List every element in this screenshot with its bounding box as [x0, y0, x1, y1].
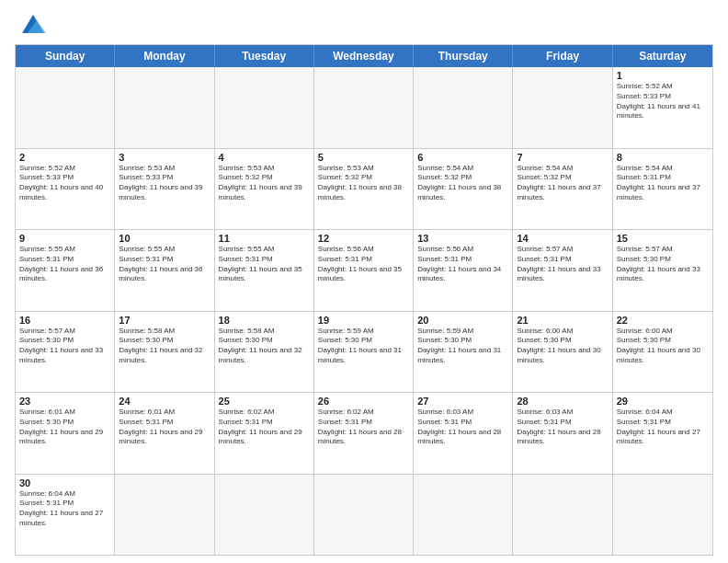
calendar-cell: 12Sunrise: 5:56 AM Sunset: 5:31 PM Dayli… [314, 230, 414, 311]
header [15, 11, 713, 37]
calendar-cell: 11Sunrise: 5:55 AM Sunset: 5:31 PM Dayli… [215, 230, 314, 311]
calendar-cell: 24Sunrise: 6:01 AM Sunset: 5:31 PM Dayli… [115, 393, 214, 474]
day-info: Sunrise: 5:52 AM Sunset: 5:33 PM Dayligh… [617, 82, 709, 121]
day-number: 12 [318, 233, 409, 244]
calendar-cell: 20Sunrise: 5:59 AM Sunset: 5:30 PM Dayli… [414, 312, 513, 393]
calendar-body: 1Sunrise: 5:52 AM Sunset: 5:33 PM Daylig… [16, 67, 712, 555]
calendar-cell [215, 67, 314, 148]
calendar-cell: 19Sunrise: 5:59 AM Sunset: 5:30 PM Dayli… [314, 312, 414, 393]
calendar: SundayMondayTuesdayWednesdayThursdayFrid… [15, 44, 713, 556]
calendar-cell: 5Sunrise: 5:53 AM Sunset: 5:32 PM Daylig… [314, 149, 414, 230]
day-number: 1 [617, 70, 709, 81]
day-info: Sunrise: 5:53 AM Sunset: 5:33 PM Dayligh… [119, 164, 210, 203]
day-info: Sunrise: 5:53 AM Sunset: 5:32 PM Dayligh… [318, 164, 409, 203]
calendar-cell [314, 475, 414, 556]
day-info: Sunrise: 5:58 AM Sunset: 5:30 PM Dayligh… [219, 327, 310, 366]
calendar-cell: 8Sunrise: 5:54 AM Sunset: 5:31 PM Daylig… [613, 149, 712, 230]
calendar-cell: 6Sunrise: 5:54 AM Sunset: 5:32 PM Daylig… [414, 149, 513, 230]
day-number: 26 [318, 396, 409, 407]
calendar-cell [613, 475, 712, 556]
day-info: Sunrise: 5:56 AM Sunset: 5:31 PM Dayligh… [318, 245, 409, 284]
calendar-header: SundayMondayTuesdayWednesdayThursdayFrid… [16, 45, 712, 67]
calendar-row-4: 23Sunrise: 6:01 AM Sunset: 5:30 PM Dayli… [16, 392, 712, 474]
day-info: Sunrise: 5:54 AM Sunset: 5:32 PM Dayligh… [517, 164, 608, 203]
calendar-cell [314, 67, 414, 148]
day-number: 29 [617, 396, 709, 407]
calendar-row-0: 1Sunrise: 5:52 AM Sunset: 5:33 PM Daylig… [16, 67, 712, 148]
calendar-cell [414, 67, 513, 148]
day-header-friday: Friday [513, 45, 612, 67]
logo [15, 11, 48, 37]
day-info: Sunrise: 5:52 AM Sunset: 5:33 PM Dayligh… [19, 164, 110, 203]
day-header-thursday: Thursday [414, 45, 513, 67]
day-number: 14 [517, 233, 608, 244]
calendar-cell: 3Sunrise: 5:53 AM Sunset: 5:33 PM Daylig… [115, 149, 214, 230]
calendar-row-3: 16Sunrise: 5:57 AM Sunset: 5:30 PM Dayli… [16, 311, 712, 393]
day-number: 8 [617, 152, 709, 163]
day-number: 28 [517, 396, 608, 407]
day-number: 20 [417, 315, 508, 326]
calendar-row-2: 9Sunrise: 5:55 AM Sunset: 5:31 PM Daylig… [16, 229, 712, 311]
day-number: 2 [19, 152, 110, 163]
calendar-cell: 15Sunrise: 5:57 AM Sunset: 5:30 PM Dayli… [613, 230, 712, 311]
day-number: 10 [119, 233, 210, 244]
calendar-cell: 22Sunrise: 6:00 AM Sunset: 5:30 PM Dayli… [613, 312, 712, 393]
day-number: 4 [219, 152, 310, 163]
day-number: 15 [617, 233, 709, 244]
day-info: Sunrise: 6:01 AM Sunset: 5:31 PM Dayligh… [119, 408, 210, 447]
day-info: Sunrise: 5:55 AM Sunset: 5:31 PM Dayligh… [219, 245, 310, 284]
calendar-cell: 29Sunrise: 6:04 AM Sunset: 5:31 PM Dayli… [613, 393, 712, 474]
day-number: 11 [219, 233, 310, 244]
day-number: 18 [219, 315, 310, 326]
day-number: 19 [318, 315, 409, 326]
day-info: Sunrise: 5:59 AM Sunset: 5:30 PM Dayligh… [417, 327, 508, 366]
day-number: 25 [219, 396, 310, 407]
calendar-cell: 2Sunrise: 5:52 AM Sunset: 5:33 PM Daylig… [16, 149, 115, 230]
calendar-cell: 25Sunrise: 6:02 AM Sunset: 5:31 PM Dayli… [215, 393, 314, 474]
day-header-sunday: Sunday [16, 45, 115, 67]
day-info: Sunrise: 6:03 AM Sunset: 5:31 PM Dayligh… [517, 408, 608, 447]
calendar-cell: 18Sunrise: 5:58 AM Sunset: 5:30 PM Dayli… [215, 312, 314, 393]
day-number: 27 [417, 396, 508, 407]
calendar-cell: 13Sunrise: 5:56 AM Sunset: 5:31 PM Dayli… [414, 230, 513, 311]
day-info: Sunrise: 5:56 AM Sunset: 5:31 PM Dayligh… [417, 245, 508, 284]
day-number: 30 [19, 477, 110, 488]
page: SundayMondayTuesdayWednesdayThursdayFrid… [0, 0, 728, 563]
calendar-row-5: 30Sunrise: 6:04 AM Sunset: 5:31 PM Dayli… [16, 474, 712, 556]
day-number: 5 [318, 152, 409, 163]
day-info: Sunrise: 6:02 AM Sunset: 5:31 PM Dayligh… [219, 408, 310, 447]
day-info: Sunrise: 5:54 AM Sunset: 5:31 PM Dayligh… [617, 164, 709, 203]
calendar-cell [115, 67, 214, 148]
day-number: 23 [19, 396, 110, 407]
day-info: Sunrise: 5:55 AM Sunset: 5:31 PM Dayligh… [19, 245, 110, 284]
day-info: Sunrise: 6:03 AM Sunset: 5:31 PM Dayligh… [417, 408, 508, 447]
calendar-cell [16, 67, 115, 148]
day-number: 3 [119, 152, 210, 163]
calendar-cell [115, 475, 214, 556]
calendar-cell: 21Sunrise: 6:00 AM Sunset: 5:30 PM Dayli… [513, 312, 612, 393]
calendar-cell: 10Sunrise: 5:55 AM Sunset: 5:31 PM Dayli… [115, 230, 214, 311]
calendar-cell: 9Sunrise: 5:55 AM Sunset: 5:31 PM Daylig… [16, 230, 115, 311]
day-info: Sunrise: 6:04 AM Sunset: 5:31 PM Dayligh… [19, 489, 110, 529]
calendar-cell [215, 475, 314, 556]
day-number: 13 [417, 233, 508, 244]
day-number: 22 [617, 315, 709, 326]
day-info: Sunrise: 5:57 AM Sunset: 5:30 PM Dayligh… [617, 245, 709, 284]
day-header-monday: Monday [115, 45, 214, 67]
day-number: 9 [19, 233, 110, 244]
day-info: Sunrise: 5:57 AM Sunset: 5:31 PM Dayligh… [517, 245, 608, 284]
day-info: Sunrise: 6:00 AM Sunset: 5:30 PM Dayligh… [517, 327, 608, 366]
day-info: Sunrise: 6:02 AM Sunset: 5:31 PM Dayligh… [318, 408, 409, 447]
calendar-cell: 28Sunrise: 6:03 AM Sunset: 5:31 PM Dayli… [513, 393, 612, 474]
calendar-cell: 14Sunrise: 5:57 AM Sunset: 5:31 PM Dayli… [513, 230, 612, 311]
calendar-cell [414, 475, 513, 556]
calendar-cell: 16Sunrise: 5:57 AM Sunset: 5:30 PM Dayli… [16, 312, 115, 393]
calendar-cell: 17Sunrise: 5:58 AM Sunset: 5:30 PM Dayli… [115, 312, 214, 393]
logo-icon [18, 11, 48, 37]
day-number: 24 [119, 396, 210, 407]
day-info: Sunrise: 6:04 AM Sunset: 5:31 PM Dayligh… [617, 408, 709, 447]
day-header-tuesday: Tuesday [215, 45, 314, 67]
calendar-cell: 26Sunrise: 6:02 AM Sunset: 5:31 PM Dayli… [314, 393, 414, 474]
day-info: Sunrise: 6:00 AM Sunset: 5:30 PM Dayligh… [617, 327, 709, 366]
calendar-cell: 1Sunrise: 5:52 AM Sunset: 5:33 PM Daylig… [613, 67, 712, 148]
